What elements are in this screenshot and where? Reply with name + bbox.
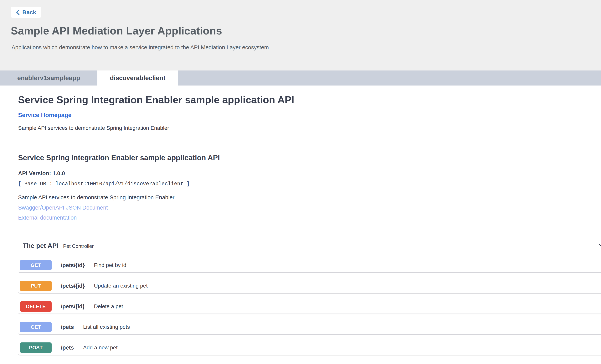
method-badge: DELETE bbox=[20, 301, 52, 312]
chevron-down-icon[interactable] bbox=[598, 241, 601, 251]
endpoint-path: /pets/{id} bbox=[61, 262, 85, 268]
back-button-label: Back bbox=[22, 9, 36, 16]
tab-enablerv1sampleapp[interactable]: enablerv1sampleapp bbox=[0, 71, 97, 86]
service-homepage-link[interactable]: Service Homepage bbox=[18, 112, 71, 118]
method-badge: GET bbox=[20, 322, 52, 332]
tab-label: enablerv1sampleapp bbox=[17, 74, 80, 82]
endpoint-summary: Add a new pet bbox=[83, 344, 118, 351]
method-badge: GET bbox=[20, 260, 52, 270]
pet-api-title: The pet API bbox=[23, 242, 59, 249]
api-doc-title: Service Spring Integration Enabler sampl… bbox=[18, 154, 601, 162]
back-button[interactable]: Back bbox=[11, 7, 41, 18]
api-doc-description: Sample API services to demonstrate Sprin… bbox=[18, 195, 601, 200]
operation-row[interactable]: POST /pets Add a new pet bbox=[18, 335, 601, 355]
endpoint-summary: Find pet by id bbox=[94, 262, 126, 268]
endpoint-summary: List all existing pets bbox=[83, 324, 130, 330]
operation-row[interactable]: DELETE /pets/{id} Delete a pet bbox=[18, 293, 601, 314]
service-tab-bar: enablerv1sampleapp discoverableclient bbox=[0, 71, 601, 86]
page-subtitle: Applications which demonstrate how to ma… bbox=[11, 44, 601, 51]
service-title: Service Spring Integration Enabler sampl… bbox=[18, 94, 601, 105]
catalog-header: Back Sample API Mediation Layer Applicat… bbox=[0, 0, 601, 71]
api-version: API Version: 1.0.0 bbox=[18, 171, 601, 176]
endpoint-path: /pets bbox=[61, 344, 74, 351]
api-base-url: [ Base URL: localhost:10010/api/v1/disco… bbox=[18, 181, 601, 187]
service-description: Sample API services to demonstrate Sprin… bbox=[18, 125, 601, 131]
tab-label: discoverableclient bbox=[110, 74, 165, 82]
operation-row[interactable]: GET /pets List all existing pets bbox=[18, 314, 601, 335]
page-title: Sample API Mediation Layer Applications bbox=[11, 25, 601, 37]
method-badge: PUT bbox=[20, 281, 52, 291]
tab-discoverableclient[interactable]: discoverableclient bbox=[97, 71, 178, 86]
swagger-json-link[interactable]: Swagger/OpenAPI JSON Document bbox=[18, 205, 601, 211]
chevron-left-icon bbox=[16, 9, 20, 15]
operation-row[interactable]: GET /pets/{id} Find pet by id bbox=[18, 249, 601, 273]
pet-api-section-header: The pet API Pet Controller bbox=[18, 242, 601, 249]
endpoint-summary: Delete a pet bbox=[94, 303, 123, 310]
endpoint-path: /pets/{id} bbox=[61, 303, 85, 310]
method-badge: POST bbox=[20, 343, 52, 353]
external-docs-link[interactable]: External documentation bbox=[18, 215, 601, 221]
endpoint-path: /pets bbox=[61, 324, 74, 330]
pet-api-subtitle: Pet Controller bbox=[63, 243, 94, 249]
endpoint-summary: Update an existing pet bbox=[94, 283, 148, 289]
operation-row[interactable]: PUT /pets/{id} Update an existing pet bbox=[18, 273, 601, 293]
service-detail-panel: Service Spring Integration Enabler sampl… bbox=[0, 94, 601, 355]
operations-list: GET /pets/{id} Find pet by id PUT /pets/… bbox=[18, 249, 601, 355]
endpoint-path: /pets/{id} bbox=[61, 283, 85, 289]
